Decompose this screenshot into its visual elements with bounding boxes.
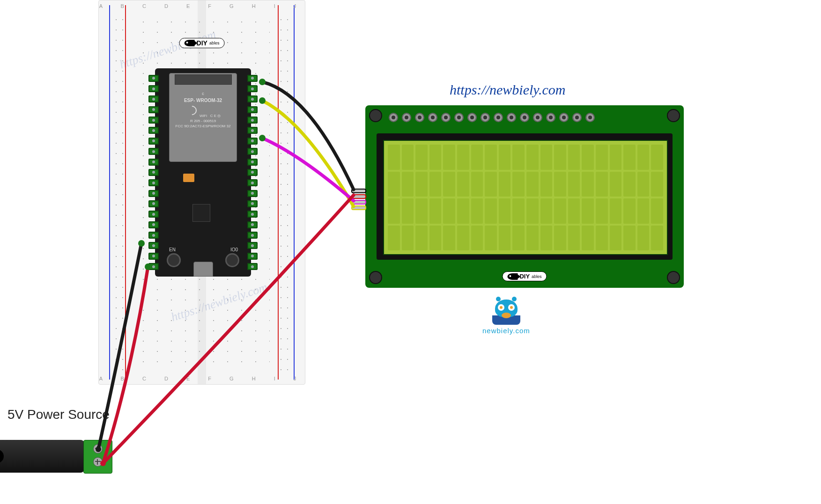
lcd-char-cell — [582, 145, 594, 170]
lcd-header-pin — [481, 113, 490, 122]
lcd-char-cell — [499, 198, 511, 224]
esp32-pin — [148, 127, 159, 134]
esp32-pin — [247, 253, 258, 260]
esp32-pin — [247, 138, 258, 145]
esp32-pin — [247, 169, 258, 176]
lcd-char-cell — [540, 198, 553, 224]
lcd-char-cell — [526, 145, 539, 170]
barrel-plug-icon — [0, 449, 4, 463]
lcd-char-cell — [443, 198, 455, 224]
lcd-char-cell — [388, 226, 400, 251]
esp32-pin — [148, 242, 159, 249]
lcd-header-pin — [415, 113, 424, 122]
esp32-shield: c ESP- WROOM-32 WiFi C E ◎ R 205 - 00051… — [169, 73, 237, 162]
lcd-char-cell — [415, 172, 428, 197]
esp32-pin — [148, 200, 159, 207]
lcd-header-pin — [441, 113, 451, 122]
lcd-header-pins — [389, 113, 595, 122]
terminal-screw-neg — [93, 444, 103, 453]
logo-subtext: ables — [209, 41, 220, 45]
lcd-char-cell — [526, 226, 539, 251]
wifi-icon — [185, 104, 199, 117]
lcd-char-cell — [637, 145, 650, 170]
lcd-char-cell — [402, 226, 414, 251]
i2c-pin-scl — [352, 206, 365, 209]
io0-button[interactable] — [225, 253, 239, 267]
lcd-char-cell — [540, 172, 553, 197]
dc-barrel-jack: ⊖ ⊕ — [0, 440, 84, 473]
lcd-char-cell — [471, 145, 483, 170]
esp32-pin — [247, 232, 258, 239]
mount-hole-icon — [369, 271, 382, 284]
url-suffix: .com — [539, 82, 565, 97]
diyables-logo: DIY ables — [179, 38, 225, 48]
breadboard: A B C D E F G H I J A B C D E F G H I J … — [98, 0, 305, 385]
power-source-label: 5V Power Source — [7, 407, 110, 422]
esp32-pin — [247, 200, 258, 207]
lcd-char-cell — [499, 145, 511, 170]
lcd-char-grid — [388, 145, 663, 250]
lcd-header-pin — [520, 113, 529, 122]
rail-dots-left — [113, 15, 126, 370]
cert-line: R 205 - 000519 — [170, 119, 237, 123]
esp32-module: c ESP- WROOM-32 WiFi C E ◎ R 205 - 00051… — [155, 68, 251, 277]
esp32-pin — [148, 179, 159, 186]
io0-label: IO0 — [230, 247, 238, 252]
esp32-pin — [148, 190, 159, 197]
lcd-char-cell — [471, 226, 483, 251]
esp32-pin — [148, 159, 159, 166]
esp32-pin — [247, 75, 258, 82]
lcd-char-cell — [415, 145, 428, 170]
lcd-char-cell — [651, 226, 663, 251]
lcd-char-cell — [499, 172, 511, 197]
lcd-char-cell — [485, 172, 497, 197]
lcd-char-cell — [415, 198, 428, 224]
esp32-pin — [148, 253, 159, 260]
lcd-char-cell — [637, 172, 650, 197]
esp32-pins-right — [247, 73, 258, 272]
owl-mascot: newbiely.com — [482, 299, 530, 335]
lcd-char-cell — [568, 226, 580, 251]
esp32-pin — [148, 117, 159, 124]
mount-hole-icon — [667, 271, 680, 284]
lcd-char-cell — [596, 198, 608, 224]
rail-dots-right — [278, 15, 291, 370]
lcd-char-cell — [568, 145, 580, 170]
lcd-char-cell — [402, 198, 414, 224]
lcd-char-cell — [512, 226, 525, 251]
lcd-char-cell — [596, 145, 608, 170]
fish-icon — [507, 273, 518, 280]
en-button[interactable] — [167, 253, 181, 267]
lcd-char-cell — [610, 226, 622, 251]
lcd-char-cell — [429, 226, 442, 251]
lcd-header-pin — [585, 113, 595, 122]
lcd-char-cell — [429, 172, 442, 197]
mount-hole-icon — [369, 109, 382, 122]
esp32-pin — [247, 85, 258, 92]
lcd-char-cell — [637, 226, 650, 251]
esp32-pin — [148, 138, 159, 145]
lcd-char-cell — [415, 226, 428, 251]
lcd-char-cell — [485, 226, 497, 251]
esp32-pin — [247, 263, 258, 270]
lcd-char-cell — [388, 172, 400, 197]
esp32-pin — [148, 221, 159, 228]
screw-terminal-block — [83, 440, 112, 474]
diyables-logo: DIY ables — [502, 271, 547, 281]
url-host: newbiely — [489, 82, 539, 97]
lcd-char-cell — [651, 145, 663, 170]
lcd-header-pin — [533, 113, 542, 122]
logo-text: DIY — [197, 39, 207, 47]
esp32-pin — [247, 179, 258, 186]
en-label: EN — [169, 247, 176, 252]
secondary-chip-icon — [192, 204, 210, 222]
esp32-pin — [148, 211, 159, 218]
lcd-header-pin — [546, 113, 555, 122]
lcd-char-cell — [457, 226, 469, 251]
lcd-char-cell — [623, 145, 636, 170]
esp32-pin — [247, 106, 258, 113]
esp32-pin — [148, 85, 159, 92]
lcd-char-cell — [568, 172, 580, 197]
lcd-header-pin — [402, 113, 411, 122]
lcd-char-cell — [526, 198, 539, 224]
